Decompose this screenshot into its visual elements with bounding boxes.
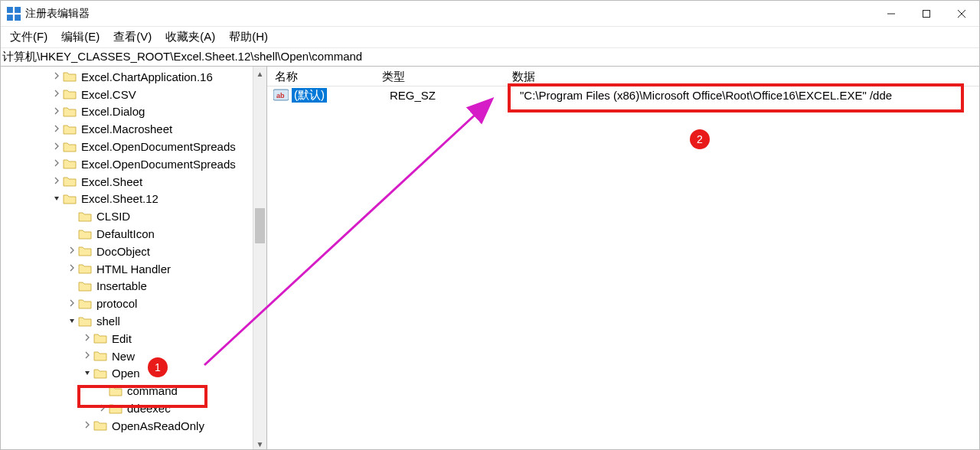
tree-item-label: Excel.Sheet.12 (80, 192, 160, 205)
scroll-down-button[interactable]: ▼ (253, 437, 266, 450)
value-data: "C:\Program Files (x86)\Microsoft Office… (520, 89, 972, 102)
tree-item[interactable]: Excel.OpenDocumentSpreads (1, 138, 251, 155)
tree-item-label: Excel.CSV (80, 88, 138, 101)
expand-arrow-icon[interactable] (51, 142, 62, 152)
expand-arrow-icon[interactable] (82, 369, 93, 378)
expand-arrow-icon[interactable] (67, 299, 77, 308)
window-title: 注册表编辑器 (25, 7, 874, 21)
expand-arrow-icon[interactable] (51, 90, 62, 99)
tree-item-label: shell (95, 315, 122, 328)
tree-item-label: CLSID (95, 210, 132, 223)
tree-item[interactable]: DefaultIcon (1, 225, 251, 243)
tree-item[interactable]: OpenAsReadOnly (1, 417, 251, 435)
value-type: REG_SZ (390, 89, 505, 102)
tree-item-label: Edit (110, 332, 133, 345)
annotation-badge-2: 2 (690, 129, 710, 149)
main-content: Excel.ChartApplication.16Excel.CSVExcel.… (1, 67, 979, 450)
menu-favorites[interactable]: 收藏夹(A) (159, 28, 221, 46)
tree-item[interactable]: protocol (1, 295, 251, 312)
expand-arrow-icon[interactable] (97, 404, 108, 413)
tree-item[interactable]: DocObject (1, 243, 251, 260)
tree-item[interactable]: Edit (1, 330, 251, 347)
expand-arrow-icon[interactable] (51, 159, 62, 168)
value-name: (默认) (292, 88, 327, 103)
scroll-thumb[interactable] (255, 208, 265, 243)
expand-arrow-icon[interactable] (82, 421, 93, 430)
tree-item[interactable]: ddeexec (1, 399, 251, 417)
tree-item[interactable]: command (1, 382, 251, 399)
tree-item[interactable]: New (1, 347, 251, 365)
maximize-button[interactable] (909, 1, 944, 26)
tree-view[interactable]: Excel.ChartApplication.16Excel.CSVExcel.… (1, 67, 251, 450)
tree-item-label: New (110, 350, 136, 363)
tree-item-label: Excel.Dialog (80, 105, 146, 118)
tree-item[interactable]: shell (1, 312, 251, 330)
title-bar: 注册表编辑器 (1, 1, 979, 27)
annotation-badge-1: 1 (148, 357, 168, 377)
col-header-name[interactable]: 名称 (267, 70, 382, 84)
expand-arrow-icon[interactable] (82, 351, 93, 360)
app-icon (7, 7, 21, 21)
minimize-button[interactable] (874, 1, 909, 26)
string-value-icon: ab (273, 88, 289, 102)
expand-arrow-icon[interactable] (82, 334, 93, 343)
svg-rect-0 (7, 7, 13, 13)
tree-item-label: ddeexec (126, 402, 172, 415)
tree-pane: Excel.ChartApplication.16Excel.CSVExcel.… (1, 67, 267, 450)
expand-arrow-icon[interactable] (67, 246, 77, 256)
menu-bar: 文件(F) 编辑(E) 查看(V) 收藏夹(A) 帮助(H) (1, 27, 979, 48)
expand-arrow-icon[interactable] (51, 194, 62, 204)
expand-arrow-icon[interactable] (51, 125, 62, 134)
list-row[interactable]: ab (默认) REG_SZ "C:\Program Files (x86)\M… (267, 86, 979, 103)
expand-arrow-icon[interactable] (51, 72, 62, 81)
tree-item[interactable]: HTML Handler (1, 260, 251, 278)
tree-item[interactable]: CLSID (1, 207, 251, 225)
tree-item-label: OpenAsReadOnly (110, 419, 206, 432)
tree-item-label: DefaultIcon (95, 227, 156, 240)
svg-rect-2 (7, 15, 13, 21)
svg-rect-1 (15, 7, 21, 13)
tree-item[interactable]: Excel.Sheet.12 (1, 191, 251, 208)
tree-item-label: HTML Handler (95, 262, 172, 276)
svg-rect-3 (15, 15, 21, 21)
svg-text:ab: ab (276, 92, 285, 99)
expand-arrow-icon[interactable] (51, 177, 62, 186)
svg-rect-5 (923, 10, 930, 17)
tree-item-label: Excel.ChartApplication.16 (80, 70, 214, 83)
tree-item[interactable]: Excel.Sheet (1, 173, 251, 191)
expand-arrow-icon[interactable] (67, 317, 77, 326)
expand-arrow-icon[interactable] (51, 107, 62, 116)
tree-item-label: Excel.OpenDocumentSpreads (80, 158, 237, 171)
tree-item-label: Excel.OpenDocumentSpreads (80, 140, 237, 153)
tree-item-label: Open (110, 367, 142, 380)
tree-item-label: Insertable (95, 279, 149, 292)
menu-edit[interactable]: 编辑(E) (55, 28, 106, 46)
tree-item-label: protocol (95, 297, 139, 310)
col-header-type[interactable]: 类型 (382, 70, 512, 84)
menu-view[interactable]: 查看(V) (107, 28, 158, 46)
tree-item[interactable]: Excel.CSV (1, 86, 251, 103)
tree-item[interactable]: Insertable (1, 278, 251, 295)
tree-item-label: command (126, 384, 179, 397)
address-input[interactable] (2, 51, 978, 64)
tree-item[interactable]: Excel.Dialog (1, 103, 251, 121)
close-button[interactable] (944, 1, 979, 26)
vertical-scrollbar[interactable]: ▲ ▼ (253, 67, 266, 450)
menu-file[interactable]: 文件(F) (4, 28, 54, 46)
list-pane: 名称 类型 数据 ab (默认) REG_SZ "C:\Program File… (267, 67, 979, 450)
address-bar (1, 48, 979, 67)
menu-help[interactable]: 帮助(H) (223, 28, 274, 46)
tree-item-label: DocObject (95, 245, 152, 258)
list-header: 名称 类型 数据 (267, 67, 979, 86)
scroll-up-button[interactable]: ▲ (253, 67, 266, 80)
tree-item[interactable]: Excel.Macrosheet (1, 120, 251, 138)
tree-item-label: Excel.Sheet (80, 175, 144, 188)
expand-arrow-icon[interactable] (67, 264, 77, 273)
window-buttons (874, 1, 979, 26)
tree-item[interactable]: Open (1, 365, 251, 383)
tree-item[interactable]: Excel.OpenDocumentSpreads (1, 155, 251, 173)
tree-item[interactable]: Excel.ChartApplication.16 (1, 68, 251, 86)
tree-item-label: Excel.Macrosheet (80, 122, 174, 135)
col-header-data[interactable]: 数据 (512, 70, 979, 84)
